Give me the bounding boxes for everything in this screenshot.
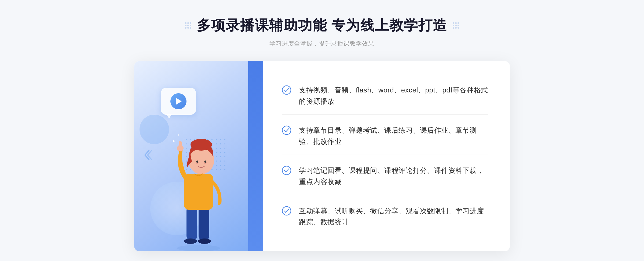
check-circle-icon-1 — [282, 85, 291, 95]
title-dots-right — [453, 22, 459, 29]
play-icon-circle — [170, 93, 186, 109]
illustration-figure: ✦ ✦ — [158, 117, 239, 251]
content-area: ✦ ✦ 支持视频、音频、flash、word、excel、ppt、pdf等各种格… — [134, 61, 510, 251]
svg-point-19 — [282, 207, 291, 215]
feature-item-3: 学习笔记回看、课程提问、课程评论打分、课件资料下载，重点内容收藏 — [282, 158, 488, 195]
svg-rect-5 — [184, 174, 213, 210]
svg-point-4 — [198, 238, 211, 244]
person-illustration: ✦ ✦ — [164, 123, 233, 251]
title-dots-left — [185, 22, 191, 29]
svg-point-7 — [191, 139, 212, 151]
svg-point-16 — [282, 86, 291, 94]
svg-point-0 — [177, 245, 220, 251]
feature-text-4: 互动弹幕、试听购买、微信分享、观看次数限制、学习进度跟踪、数据统计 — [299, 206, 488, 228]
header-section: 多项录播课辅助功能 专为线上教学打造 学习进度全掌握，提升录播课教学效果 — [185, 16, 459, 48]
page-subtitle: 学习进度全掌握，提升录播课教学效果 — [269, 40, 374, 48]
check-circle-icon-3 — [282, 166, 291, 175]
svg-point-18 — [282, 166, 291, 175]
svg-text:✦: ✦ — [172, 139, 176, 144]
check-circle-icon-4 — [282, 206, 291, 216]
svg-rect-1 — [186, 206, 197, 241]
feature-item-2: 支持章节目录、弹题考试、课后练习、课后作业、章节测验、批改作业 — [282, 117, 488, 155]
blue-strip-deco — [248, 61, 263, 251]
svg-rect-2 — [199, 206, 209, 241]
svg-point-10 — [196, 161, 198, 163]
play-triangle-icon — [176, 98, 182, 105]
page-container: 多项录播课辅助功能 专为线上教学打造 学习进度全掌握，提升录播课教学效果 — [0, 0, 644, 261]
feature-item-1: 支持视频、音频、flash、word、excel、ppt、pdf等各种格式的资源… — [282, 77, 488, 115]
page-title: 多项录播课辅助功能 专为线上教学打造 — [197, 16, 447, 35]
chevrons-left-icon — [142, 148, 153, 164]
svg-point-3 — [184, 238, 197, 244]
check-circle-icon-2 — [282, 125, 291, 135]
svg-point-11 — [204, 161, 206, 163]
dot-grid-left — [185, 22, 191, 29]
feature-item-4: 互动弹幕、试听购买、微信分享、观看次数限制、学习进度跟踪、数据统计 — [282, 198, 488, 235]
feature-text-2: 支持章节目录、弹题考试、课后练习、课后作业、章节测验、批改作业 — [299, 125, 488, 147]
feature-text-3: 学习笔记回看、课程提问、课程评论打分、课件资料下载，重点内容收藏 — [299, 165, 488, 187]
title-row: 多项录播课辅助功能 专为线上教学打造 — [185, 16, 459, 35]
left-illustration-panel: ✦ ✦ — [134, 61, 263, 251]
feature-text-1: 支持视频、音频、flash、word、excel、ppt、pdf等各种格式的资源… — [299, 85, 488, 107]
play-bubble — [161, 88, 196, 115]
right-features-panel: 支持视频、音频、flash、word、excel、ppt、pdf等各种格式的资源… — [263, 61, 510, 251]
dot-grid-right — [453, 22, 459, 29]
svg-point-17 — [282, 126, 291, 135]
svg-text:✦: ✦ — [177, 133, 180, 137]
svg-rect-13 — [179, 141, 182, 149]
